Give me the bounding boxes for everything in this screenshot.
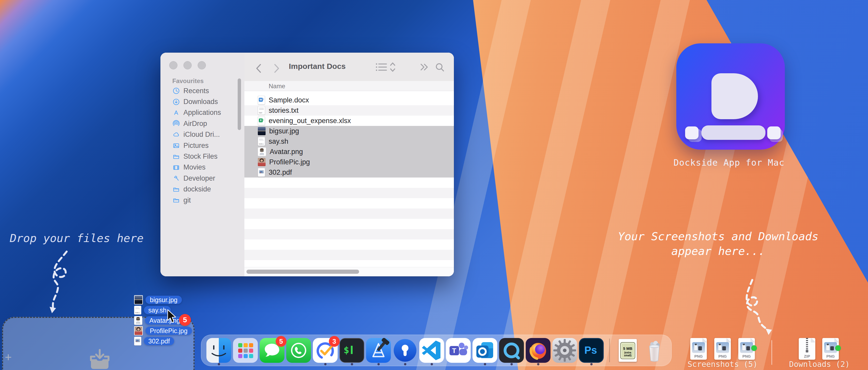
dock-item-finder[interactable] bbox=[207, 338, 231, 363]
window-controls bbox=[169, 61, 206, 69]
sidebar-list: RecentsDownloadsApplicationsAirDropiClou… bbox=[160, 86, 244, 206]
running-indicator-dot bbox=[537, 363, 539, 365]
zip-desktop-file-icon[interactable]: ZIP bbox=[799, 338, 815, 360]
file-name: evening_out_expense.xlsx bbox=[269, 117, 351, 125]
clock-icon bbox=[172, 87, 180, 95]
dragged-file-bigsur-jpg[interactable]: bigsur.jpg bbox=[134, 296, 192, 304]
desktop-group-label: Downloads (2) bbox=[768, 360, 868, 369]
sidebar-item-stock-files[interactable]: Stock Files bbox=[160, 151, 244, 162]
png-desktop-file-icon[interactable]: PNG bbox=[822, 338, 839, 360]
pdf-file-icon bbox=[134, 337, 141, 345]
folder-icon bbox=[172, 196, 180, 204]
running-indicator-dot bbox=[431, 363, 433, 365]
sidebar-item-pictures[interactable]: Pictures bbox=[160, 140, 244, 151]
png-desktop-file-icon[interactable]: PNG bbox=[738, 338, 755, 360]
dock-item-microsoft-outlook[interactable] bbox=[472, 338, 497, 363]
dock-item-photoshop[interactable]: Ps bbox=[579, 338, 604, 363]
file-row-sample-docx[interactable]: WSample.docx bbox=[244, 95, 454, 105]
zoom-button[interactable] bbox=[197, 61, 206, 69]
bigsur-image-thumbnail bbox=[134, 295, 143, 304]
dockside-chip-right bbox=[767, 127, 781, 139]
dock-item-5-mb-extra-small-document[interactable]: 5 MB(extra small) bbox=[615, 338, 640, 363]
dock: 53$TPs5 MB(extra small) bbox=[201, 335, 672, 366]
dragged-file-302-pdf[interactable]: 302.pdf bbox=[134, 337, 192, 345]
file-row-evening-out-expense-xlsx[interactable]: Xevening_out_expense.xlsx bbox=[244, 115, 454, 126]
image-preview bbox=[692, 342, 705, 353]
drop-files-annotation: Drop your files here bbox=[10, 232, 144, 245]
column-header-row[interactable]: Name bbox=[244, 81, 454, 91]
sidebar-item-movies[interactable]: Movies bbox=[160, 162, 244, 173]
airdrop-icon bbox=[172, 120, 180, 128]
png-desktop-file-icon[interactable]: PNG bbox=[714, 338, 731, 360]
dockside-app-icon[interactable] bbox=[676, 43, 785, 150]
dragged-file-label: Avatar.png bbox=[145, 316, 184, 325]
new-file-dot bbox=[835, 345, 841, 351]
dragged-file-say-sh[interactable]: SHELLsay.sh bbox=[134, 306, 192, 314]
dock-item-1password[interactable] bbox=[393, 338, 417, 363]
png-desktop-file-icon[interactable]: PNG bbox=[690, 338, 707, 360]
sidebar-item-developer[interactable]: Developer bbox=[160, 173, 244, 184]
file-row-avatar-png[interactable]: Avatar.png bbox=[244, 146, 454, 157]
pdf-file-icon bbox=[258, 168, 265, 177]
dock-item-microsoft-teams[interactable]: T bbox=[446, 338, 471, 363]
running-indicator-dot bbox=[484, 363, 486, 365]
text-file-icon: TXT bbox=[258, 106, 265, 115]
file-row-say-sh[interactable]: SHELLsay.sh bbox=[244, 136, 454, 146]
finder-window: Favourites RecentsDownloadsApplicationsA… bbox=[160, 53, 454, 276]
desktop-group-screenshots-5: PNGPNGPNG bbox=[690, 338, 755, 360]
dock-item-messages[interactable]: 5 bbox=[259, 338, 284, 363]
file-row-302-pdf[interactable]: 302.pdf bbox=[244, 167, 454, 177]
file-list-stripes bbox=[244, 177, 454, 260]
dock-item-xcode[interactable] bbox=[366, 338, 391, 363]
dock-item-trash[interactable] bbox=[642, 338, 667, 363]
add-shelf-button[interactable]: + bbox=[3, 351, 14, 363]
sidebar-item-git[interactable]: git bbox=[160, 195, 244, 206]
file-list: WSample.docxTXTstories.txtXevening_out_e… bbox=[244, 95, 454, 177]
search-icon[interactable] bbox=[435, 62, 445, 72]
file-row-stories-txt[interactable]: TXTstories.txt bbox=[244, 105, 454, 115]
column-header-name[interactable]: Name bbox=[269, 82, 285, 90]
shell-script-icon: SHELL bbox=[258, 137, 265, 146]
avatar-image-thumbnail bbox=[134, 316, 142, 325]
sidebar-item-dockside[interactable]: dockside bbox=[160, 184, 244, 195]
dock-item-visual-studio-code[interactable] bbox=[419, 338, 444, 363]
finder-toolbar: Important Docs bbox=[244, 53, 454, 81]
sidebar-scrollbar[interactable] bbox=[238, 78, 241, 130]
dragged-file-profilepic-jpg[interactable]: ProfilePic.jpg bbox=[134, 326, 192, 335]
minimize-button[interactable] bbox=[183, 61, 192, 69]
close-button[interactable] bbox=[169, 61, 178, 69]
back-button[interactable] bbox=[255, 64, 262, 73]
dock-item-launchpad[interactable] bbox=[233, 338, 258, 363]
running-indicator-dot bbox=[324, 363, 327, 365]
dockside-d-glyph bbox=[711, 73, 758, 119]
svg-text:T: T bbox=[452, 347, 456, 355]
sidebar-item-label: Recents bbox=[183, 87, 209, 95]
dock-item-firefox[interactable] bbox=[526, 338, 551, 363]
file-name: 302.pdf bbox=[269, 168, 292, 176]
dock-item-ticktick[interactable]: 3 bbox=[313, 338, 338, 363]
sidebar-item-label: AirDrop bbox=[183, 120, 207, 128]
file-name: say.sh bbox=[269, 137, 288, 145]
forward-button[interactable] bbox=[273, 64, 280, 73]
dock-item-terminal[interactable]: $ bbox=[339, 338, 364, 363]
sidebar-item-applications[interactable]: Applications bbox=[160, 107, 244, 118]
horizontal-scrollbar[interactable] bbox=[246, 270, 359, 274]
cloud-icon bbox=[172, 131, 180, 139]
sidebar-item-downloads[interactable]: Downloads bbox=[160, 96, 244, 107]
dragged-file-label: 302.pdf bbox=[144, 337, 174, 345]
dock-item-whatsapp[interactable] bbox=[286, 338, 311, 363]
file-row-profilepic-jpg[interactable]: ProfilePic.jpg bbox=[244, 157, 454, 167]
sidebar-item-recents[interactable]: Recents bbox=[160, 86, 244, 96]
screenshots-annotation-line1: Your Screenshots and Downloads bbox=[615, 229, 822, 244]
view-sort-control[interactable] bbox=[376, 62, 397, 72]
sidebar-item-icloud-dri[interactable]: iCloud Dri... bbox=[160, 129, 244, 140]
sidebar-item-label: Stock Files bbox=[183, 153, 218, 161]
sidebar-item-label: Applications bbox=[183, 109, 221, 116]
avatar-image-thumbnail bbox=[258, 147, 266, 156]
dock-item-quicktime-player[interactable] bbox=[499, 338, 524, 363]
more-toolbar-items-icon[interactable] bbox=[420, 63, 429, 71]
file-type-label: PNG bbox=[822, 354, 839, 359]
file-row-bigsur-jpg[interactable]: bigsur.jpg bbox=[244, 126, 454, 136]
dock-item-system-settings[interactable] bbox=[552, 338, 577, 363]
sidebar-item-airdrop[interactable]: AirDrop bbox=[160, 118, 244, 129]
